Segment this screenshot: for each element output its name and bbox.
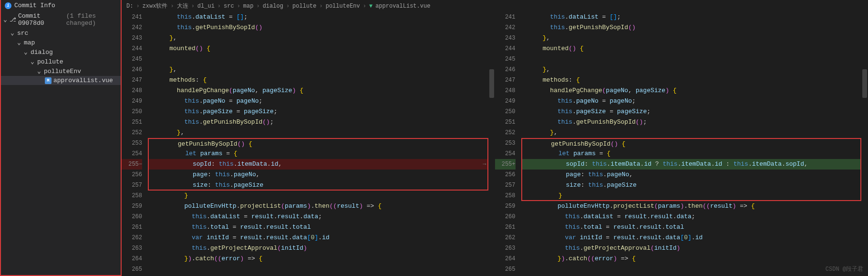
commit-row[interactable]: ⌄ ⎇ Commit 09078d0 (1 files changed) [1,11,121,28]
tree-map[interactable]: ⌄ map [1,38,121,47]
chevron-down-icon: ⌄ [30,58,35,65]
tree-label: dialog [31,49,53,56]
bc-seg: dialog [263,3,283,10]
watermark: CSDN @段子君 [826,265,863,273]
info-icon: i [5,2,11,9]
bc-seg: 大连 [177,2,188,10]
scroll-thumb[interactable] [862,69,867,98]
tree-dialog[interactable]: ⌄ dialog [1,47,121,57]
vue-icon: ▼ [369,3,372,10]
main-area: D:› zxwx软件› 大连› dl_ui› src› map› dialog›… [122,0,868,276]
code-left[interactable]: this.dataList = []; this.getPunishBySopI… [148,12,488,276]
scrollbar-right[interactable] [861,12,868,276]
commit-sidebar: i Commit Info ⌄ ⎇ Commit 09078d0 (1 file… [0,0,122,276]
bc-seg: src [224,3,234,10]
chevron-down-icon: ⌄ [3,16,8,23]
tree-label: src [17,30,28,37]
files-changed: (1 files changed) [66,12,119,27]
gutter-right: 2412422432442452462472482492502512522532… [495,12,521,276]
breadcrumb[interactable]: D:› zxwx软件› 大连› dl_ui› src› map› dialog›… [122,0,868,12]
commit-label: Commit 09078d0 [18,12,62,27]
bc-drive: D: [126,3,133,10]
chevron-down-icon: ⌄ [16,39,22,46]
tree-label: map [24,39,35,46]
bc-seg: polluteEnv [326,3,360,10]
tree-polluteenv[interactable]: ⌄ polluteEnv [1,66,121,76]
tree-file-label: approvalList.vue [53,77,113,84]
sidebar-title: Commit Info [14,2,55,9]
tree-label: polluteEnv [44,68,81,75]
bc-seg: pollute [292,3,316,10]
bc-seg: zxwx软件 [143,2,168,10]
chevron-down-icon: ⌄ [23,48,29,56]
tree-pollute[interactable]: ⌄ pollute [1,57,121,66]
tree-label: pollute [37,58,63,65]
right-pane: 2412422432442452462472482492502512522532… [495,12,862,276]
tree-src[interactable]: ⌄ src [1,28,121,38]
scrollbar-left[interactable] [488,12,495,276]
chevron-down-icon: ⌄ [36,67,42,75]
bc-seg: map [243,3,254,10]
chevron-down-icon: ⌄ [10,29,15,37]
gutter-left: 2412422432442452462472482492502512522532… [122,12,148,276]
bc-seg: dl_ui [197,3,215,10]
diff-view: 2412422432442452462472482492502512522532… [122,12,868,276]
tree-file[interactable]: M approvalList.vue [1,76,121,85]
code-right[interactable]: this.dataList = []; this.getPunishBySopI… [521,12,862,276]
scroll-thumb[interactable] [489,69,494,98]
removed-marker: → [483,161,486,168]
sidebar-header: i Commit Info [1,0,121,11]
bc-file: approvalList.vue [375,3,430,10]
branch-icon: ⎇ [10,16,16,23]
left-pane: 2412422432442452462472482492502512522532… [122,12,488,276]
modified-icon: M [45,77,52,84]
